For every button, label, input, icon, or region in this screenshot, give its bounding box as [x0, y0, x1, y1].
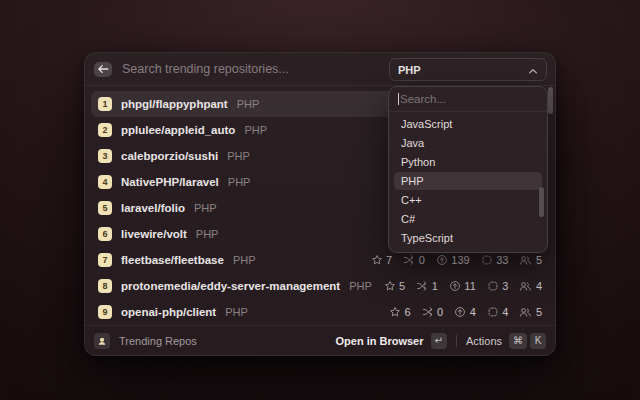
repo-stats: 7 0 139 33 5 [371, 254, 542, 266]
repo-list-item[interactable]: 9 openai-php/client PHP 6 0 4 4 5 [91, 299, 549, 325]
repo-list-item[interactable]: 8 protonemedia/eddy-server-management PH… [91, 273, 549, 299]
footer-divider [456, 335, 457, 347]
repo-language: PHP [349, 280, 372, 292]
language-dropdown-panel: JavaScriptJavaPythonPHPC++C#TypeScript [388, 86, 548, 253]
rank-badge: 1 [98, 97, 112, 111]
star-icon [389, 306, 401, 318]
rank-badge: 4 [98, 175, 112, 189]
contributors-icon [519, 280, 532, 292]
fork-icon [422, 306, 434, 318]
extension-icon [94, 333, 110, 349]
contributors-icon [519, 306, 532, 318]
repo-language: PHP [196, 228, 219, 240]
dropdown-search-input[interactable] [400, 93, 538, 105]
search-header: PHP [85, 53, 555, 86]
star-icon [371, 254, 383, 266]
text-cursor [398, 93, 399, 105]
launcher-window: PHP 1 phpgl/flappyphpant PHP 2 pplulee/a… [84, 52, 556, 356]
repo-name: openai-php/client [121, 306, 216, 318]
rank-badge: 5 [98, 201, 112, 215]
rank-badge: 3 [98, 149, 112, 163]
repo-language: PHP [237, 98, 260, 110]
chevron-up-icon [528, 61, 538, 79]
contributors-icon [519, 254, 532, 266]
footer-bar: Trending Repos Open in Browser ↵ Actions… [85, 325, 555, 355]
language-dropdown-value: PHP [398, 64, 528, 76]
repo-name: calebporzio/sushi [121, 150, 218, 162]
back-button[interactable] [94, 62, 112, 77]
repo-language: PHP [244, 124, 267, 136]
rank-badge: 2 [98, 123, 112, 137]
dropdown-scrollbar[interactable] [539, 187, 544, 217]
dropdown-option[interactable]: TypeScript [394, 229, 542, 247]
arrow-up-circle-icon [436, 254, 448, 266]
extension-name: Trending Repos [119, 335, 197, 347]
rank-badge: 7 [98, 253, 112, 267]
repo-name: NativePHP/laravel [121, 176, 219, 188]
dropdown-search-row [389, 87, 547, 112]
key-badge: ⌘ [509, 333, 527, 349]
repo-stats: 5 1 11 3 4 [384, 280, 542, 292]
return-key-badge: ↵ [431, 333, 447, 349]
arrow-up-circle-icon [454, 306, 466, 318]
arrow-up-circle-icon [449, 280, 461, 292]
fork-icon [403, 254, 415, 266]
dropdown-option[interactable]: Python [394, 153, 542, 171]
rank-badge: 6 [98, 227, 112, 241]
key-badge: K [530, 333, 546, 349]
dropdown-option[interactable]: C# [394, 210, 542, 228]
repo-name: pplulee/appleid_auto [121, 124, 235, 136]
fork-icon [416, 280, 428, 292]
repo-name: fleetbase/fleetbase [121, 254, 224, 266]
star-icon [384, 280, 396, 292]
repo-language: PHP [225, 306, 248, 318]
issue-icon [481, 254, 493, 266]
repo-language: PHP [228, 176, 251, 188]
repo-stats: 6 0 4 4 5 [389, 306, 542, 318]
dropdown-option[interactable]: PHP [394, 172, 542, 190]
rank-badge: 8 [98, 279, 112, 293]
repo-language: PHP [194, 202, 217, 214]
repo-name: livewire/volt [121, 228, 187, 240]
dropdown-option[interactable]: C++ [394, 191, 542, 209]
dropdown-options-list: JavaScriptJavaPythonPHPC++C#TypeScript [389, 112, 547, 252]
repo-language: PHP [227, 150, 250, 162]
issue-icon [487, 280, 499, 292]
arrow-left-icon [97, 60, 109, 78]
issue-icon [487, 306, 499, 318]
repo-name: phpgl/flappyphpant [121, 98, 228, 110]
list-scrollbar[interactable] [548, 87, 553, 114]
language-dropdown-button[interactable]: PHP [389, 58, 547, 81]
repo-language: PHP [233, 254, 256, 266]
actions-label[interactable]: Actions [466, 335, 502, 347]
dropdown-option[interactable]: Java [394, 134, 542, 152]
rank-badge: 9 [98, 305, 112, 319]
dropdown-option[interactable]: JavaScript [394, 115, 542, 133]
actions-key-badges: ⌘K [509, 333, 546, 349]
primary-action-label[interactable]: Open in Browser [336, 335, 424, 347]
repo-name: protonemedia/eddy-server-management [121, 280, 340, 292]
repo-name: laravel/folio [121, 202, 185, 214]
